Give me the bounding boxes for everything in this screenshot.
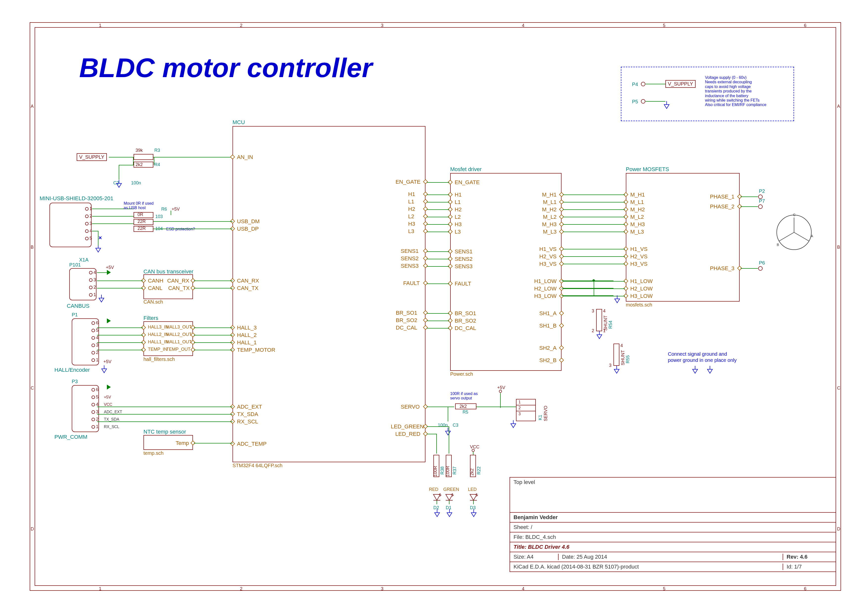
r5-val: 2k2 xyxy=(460,404,467,409)
k1-name: SERVO xyxy=(543,406,548,421)
tb-date: Date: 25 Aug 2014 xyxy=(558,554,782,560)
hall-pin-1: 1 xyxy=(92,357,98,363)
grid-row-C-r: C xyxy=(837,386,840,391)
tb-app: KiCad E.D.A. kicad (2014-08-31 BZR 5107)… xyxy=(513,564,782,570)
w-mcu-drv-9 xyxy=(427,266,449,267)
w-adcext xyxy=(97,406,233,407)
gnd-canbus-icon xyxy=(98,295,105,304)
can-title: CAN bus transceiver xyxy=(143,268,193,275)
drv-l-2: L1 xyxy=(455,199,460,205)
led-d1-icon xyxy=(445,493,454,506)
p1-ref: P1 xyxy=(72,312,78,318)
w-mcu-drv-1 xyxy=(427,195,449,195)
mos-l-1: M_L1 xyxy=(630,199,644,205)
svg-text:B: B xyxy=(777,243,779,247)
w-usbdm xyxy=(153,221,233,222)
w-h2low xyxy=(562,288,613,288)
mos-l-9: H1_LOW xyxy=(630,278,653,285)
svg-line-11 xyxy=(794,233,809,241)
r55-p4: 4 xyxy=(621,343,623,348)
usb-pin-1: 1 xyxy=(85,206,92,211)
w-phase1 xyxy=(740,197,758,197)
w-usb4 xyxy=(92,231,98,231)
pc-pin-4: 4 xyxy=(92,402,98,407)
tb-sheet: Sheet: / xyxy=(513,524,532,530)
drv-r-10: H2_LOW xyxy=(532,285,557,292)
svg-marker-31 xyxy=(102,369,107,373)
esd-note: ESD protection? xyxy=(166,227,195,231)
phase3-ref: P6 xyxy=(759,260,765,266)
drv-r-1: M_L1 xyxy=(532,199,557,205)
w-phase2 xyxy=(740,206,758,207)
tb-title: Title: BLDC Driver 4.6 xyxy=(513,544,569,550)
grid-col-6-bot: 6 xyxy=(804,586,806,592)
can-sch: CAN.sch xyxy=(143,299,163,305)
mcu-l-usbdp: USB_DP xyxy=(237,226,259,232)
mcu-l-adcext: ADC_EXT xyxy=(237,404,262,410)
w-c2-l xyxy=(119,165,119,180)
svg-marker-43 xyxy=(446,495,453,500)
tb-rev: Rev: 4.6 xyxy=(782,554,832,560)
svg-marker-38 xyxy=(433,495,440,500)
w-mcu-drv-8 xyxy=(427,259,449,259)
pc-pin-1: 1 xyxy=(92,424,98,429)
d3-name: LED xyxy=(468,487,477,492)
mcu-sch: STM32F4 64LQFP.sch xyxy=(233,463,283,468)
w-r4-r xyxy=(154,157,154,165)
w-usb5v xyxy=(171,211,171,215)
canbus-p1: 1 xyxy=(89,292,96,298)
r38-val: 100R xyxy=(433,466,438,476)
wire-p4 xyxy=(646,84,666,84)
hall-pin-3: 3 xyxy=(92,343,98,348)
r54-p4: 4 xyxy=(603,309,605,314)
mos-l-4: M_H3 xyxy=(630,221,645,228)
w-txsda xyxy=(97,414,233,414)
grid-row-B-r: B xyxy=(837,245,840,250)
w-rxscl xyxy=(97,422,233,422)
w-mcu-drv-5 xyxy=(427,224,449,225)
r54-ref: R54 xyxy=(608,321,613,329)
mcu-r-eng: EN_GATE xyxy=(393,179,420,185)
w-mcu-drv-12 xyxy=(427,321,449,321)
servo-5v-circle xyxy=(499,389,502,393)
w-mcu-drv-0 xyxy=(427,182,449,183)
drv-l-9: SENS3 xyxy=(455,263,473,270)
pc-sig-2: VCC xyxy=(104,402,112,407)
canbus-5v-arrow xyxy=(107,270,111,275)
w-ctx xyxy=(194,288,233,288)
vsupply-top-net: V_SUPPLY xyxy=(666,80,695,88)
mos-l-7: H2_VS xyxy=(630,253,648,260)
r3 xyxy=(134,154,153,160)
mcu-block xyxy=(233,126,425,462)
phase3-label: PHASE_3 xyxy=(710,265,734,272)
pc-sig-3: ADC_EXT xyxy=(104,410,122,414)
mcu-r-servo: SERVO xyxy=(401,404,420,410)
w-ledg-v xyxy=(449,426,449,454)
hall-arrow xyxy=(107,318,111,323)
drv-l-10: FAULT xyxy=(455,281,471,287)
pc-pin-5: 5 xyxy=(92,394,98,400)
r104-val: 22R xyxy=(137,226,146,231)
can-rx: CAN_RX xyxy=(167,278,189,284)
svg-point-1 xyxy=(641,99,645,103)
hall-name: HALL/Encoder xyxy=(54,367,90,373)
drv-r-4: M_H3 xyxy=(532,221,557,228)
pc-sig-5: RX_SCL xyxy=(104,425,119,429)
canbus-p101: P101 xyxy=(69,262,81,268)
svg-point-34 xyxy=(499,390,502,392)
mcu-r-bso1: BR_SO1 xyxy=(396,310,417,316)
w-drv-mos-2 xyxy=(563,209,625,210)
svg-marker-3 xyxy=(664,105,669,109)
tb-file: File: BLDC_4.sch xyxy=(513,534,556,540)
w-hall-0 xyxy=(97,327,143,328)
svg-text:A: A xyxy=(811,234,814,238)
mos-l-8: H3_VS xyxy=(630,261,648,267)
w-usbdp xyxy=(153,229,233,229)
gnd-p5-icon xyxy=(663,101,670,111)
mos-l-2: M_H2 xyxy=(630,206,645,213)
ground-note: Connect signal ground and power ground i… xyxy=(668,351,737,363)
phase1-label: PHASE_1 xyxy=(710,194,734,200)
usb-mount-note: Mount 0R if used as USB host xyxy=(124,201,154,210)
filt-l-1: HALL2_IN xyxy=(148,332,168,337)
drv-r-0: M_H1 xyxy=(532,192,557,198)
